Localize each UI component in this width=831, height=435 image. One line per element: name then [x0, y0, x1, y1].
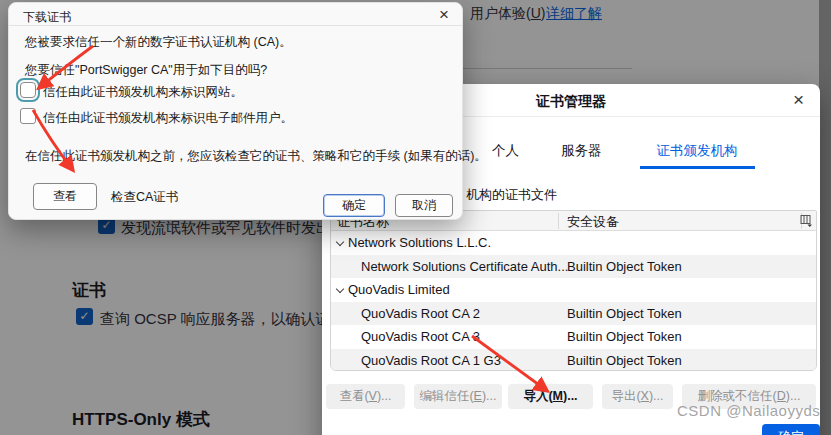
intro-text: 您被要求信任一个新的数字证书认证机构 (CA)。: [25, 34, 292, 51]
cert-name: QuoVadis Root CA 3: [361, 329, 480, 344]
export-button[interactable]: 导出(X)...: [602, 384, 673, 409]
ok-button[interactable]: 确定: [323, 194, 385, 217]
table-row[interactable]: QuoVadis Root CA 2 Builtin Object Token: [331, 302, 816, 326]
cert-name: QuoVadis Root CA 2: [361, 306, 480, 321]
certificates-table: 证书名称 安全设备 Network Solutions L.L.C. Netwo…: [330, 210, 817, 371]
delete-distrust-button[interactable]: 删除或不信任(D)...: [682, 384, 816, 409]
download-certificate-title: 下载证书: [23, 9, 71, 26]
edit-trust-button[interactable]: 编辑信任(E)...: [414, 384, 502, 409]
table-row[interactable]: QuoVadis Limited: [331, 278, 816, 302]
chevron-down-icon[interactable]: [337, 286, 344, 293]
cert-name: QuoVadis Root CA 1 G3: [361, 353, 501, 368]
trust-websites-checkbox[interactable]: [20, 82, 36, 98]
cert-group-name: QuoVadis Limited: [348, 282, 450, 297]
table-row[interactable]: Network Solutions Certificate Auth... Bu…: [331, 255, 816, 279]
close-icon[interactable]: ×: [439, 5, 449, 25]
cancel-button[interactable]: 取消: [395, 194, 453, 217]
cert-device: Builtin Object Token: [567, 329, 682, 344]
certificate-manager-tabs: 个人 服务器 证书颁发机构: [488, 142, 755, 169]
tab-servers[interactable]: 服务器: [557, 142, 606, 169]
title-divider: [9, 25, 462, 26]
close-icon[interactable]: ×: [793, 88, 804, 112]
tab-personal[interactable]: 个人: [488, 142, 523, 169]
cert-device: Builtin Object Token: [567, 353, 682, 368]
question-text: 您要信任"PortSwigger CA"用于如下目的吗?: [25, 62, 267, 79]
trust-websites-label: 信任由此证书颁发机构来标识网站。: [43, 84, 243, 101]
tab-authorities[interactable]: 证书颁发机构: [640, 142, 755, 169]
cert-group-name: Network Solutions L.L.C.: [348, 235, 491, 250]
table-row[interactable]: Network Solutions L.L.C.: [331, 231, 816, 255]
authorities-caption: 机构的证书文件: [466, 186, 557, 204]
download-certificate-dialog: 下载证书 × 您被要求信任一个新的数字证书认证机构 (CA)。 您要信任"Por…: [8, 2, 463, 220]
cert-name: Network Solutions Certificate Auth...: [361, 259, 568, 274]
view-button[interactable]: 查看(V)...: [326, 384, 405, 409]
column-header-device[interactable]: 安全设备: [567, 213, 619, 231]
chevron-down-icon[interactable]: [337, 239, 344, 246]
cert-device: Builtin Object Token: [567, 306, 682, 321]
trust-email-label: 信任由此证书颁发机构来标识电子邮件用户。: [43, 110, 293, 127]
trust-email-checkbox[interactable]: [20, 108, 36, 124]
column-picker-icon[interactable]: [800, 214, 813, 227]
examine-ca-label: 检查CA证书: [111, 189, 178, 206]
cert-device: Builtin Object Token: [567, 259, 682, 274]
view-ca-button[interactable]: 查看: [33, 183, 97, 210]
advice-text: 在信任此证书颁发机构之前，您应该检查它的证书、策略和它的手续 (如果有的话)。: [25, 148, 487, 165]
import-button[interactable]: 导入(M)...: [508, 384, 593, 409]
table-row[interactable]: QuoVadis Root CA 3 Builtin Object Token: [331, 325, 816, 349]
column-separator[interactable]: [558, 213, 559, 229]
screenshot-root: 用户体验(U) 详细了解 ✓ 发现流氓软件或罕见软件时发出警告 证书 ✓ 查询 …: [0, 0, 831, 435]
table-row[interactable]: QuoVadis Root CA 1 G3 Builtin Object Tok…: [331, 349, 816, 372]
ok-button[interactable]: 确定: [762, 424, 820, 435]
